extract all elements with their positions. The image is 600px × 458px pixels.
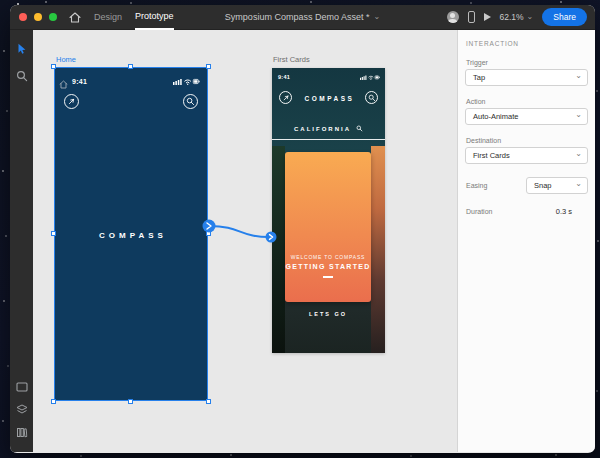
play-preview-icon[interactable]: [484, 13, 491, 21]
tab-divider: [272, 139, 385, 140]
selection-handle[interactable]: [206, 64, 211, 69]
selection-handle[interactable]: [51, 399, 56, 404]
chevron-down-icon: ⌄: [527, 13, 534, 21]
status-time: 9:41: [72, 78, 87, 85]
action-value: Auto-Animate: [473, 112, 518, 121]
artboard-first-cards[interactable]: First Cards 9:41: [272, 68, 385, 353]
card-content: WELCOME TO COMPASS GETTING STARTED: [285, 254, 371, 278]
titlebar: Design Prototype Symposium Compass Demo …: [10, 5, 595, 30]
interaction-header: INTERACTION: [466, 40, 587, 47]
background-card-left: [272, 146, 285, 353]
xd-window: Design Prototype Symposium Compass Demo …: [10, 5, 595, 453]
canvas[interactable]: Home 9:41: [33, 30, 457, 452]
destination-value: First Cards: [473, 151, 510, 160]
easing-label: Easing: [466, 182, 487, 189]
selection-handle[interactable]: [128, 399, 133, 404]
status-icons: [173, 77, 200, 85]
card-dash: [323, 276, 333, 278]
search-icon: [183, 94, 198, 109]
home-icon[interactable]: [69, 12, 81, 23]
status-icons: [360, 74, 380, 80]
card-eyebrow: WELCOME TO COMPASS: [285, 254, 371, 260]
document-title-text: Symposium Compass Demo Asset *: [225, 12, 370, 22]
layers-panel-icon[interactable]: [16, 401, 28, 419]
chevron-down-icon: ⌄: [373, 13, 380, 21]
trigger-label: Trigger: [466, 59, 587, 66]
phone-app-title: COMPASS: [55, 231, 207, 240]
artboard-home[interactable]: Home 9:41: [55, 68, 207, 400]
document-title[interactable]: Symposium Compass Demo Asset * ⌄: [225, 12, 380, 22]
status-time: 9:41: [278, 74, 290, 80]
getting-started-card: WELCOME TO COMPASS GETTING STARTED: [285, 152, 371, 302]
easing-value: Snap: [534, 181, 552, 190]
zoom-level-value: 62.1%: [500, 12, 524, 22]
location-tab: CALIFORNIA: [272, 125, 385, 132]
titlebar-right-controls: 62.1% ⌄ Share: [447, 8, 588, 26]
action-label: Action: [466, 98, 587, 105]
duration-label: Duration: [466, 208, 492, 215]
fullscreen-button[interactable]: [49, 13, 57, 21]
inspector-panel: INTERACTION Trigger Tap ⌄ Action Auto-An…: [457, 30, 595, 452]
assets-panel-icon[interactable]: [16, 424, 27, 442]
action-select[interactable]: Auto-Animate ⌄: [465, 108, 588, 125]
phone-app-title: COMPASS: [272, 95, 385, 102]
tab-design[interactable]: Design: [94, 5, 122, 30]
share-button[interactable]: Share: [542, 8, 587, 26]
selection-handle[interactable]: [51, 64, 56, 69]
duration-value[interactable]: 0.3 s: [556, 207, 572, 216]
lets-go-button: LETS GO: [285, 311, 371, 317]
minimize-button[interactable]: [34, 13, 42, 21]
account-avatar[interactable]: [447, 11, 459, 23]
location-label: CALIFORNIA: [294, 126, 351, 132]
tab-prototype[interactable]: Prototype: [135, 5, 174, 30]
search-icon: [356, 125, 363, 132]
compass-icon: [64, 94, 79, 109]
trigger-value: Tap: [473, 73, 485, 82]
desktop-background: Design Prototype Symposium Compass Demo …: [0, 0, 600, 458]
artboard-first-cards-label[interactable]: First Cards: [273, 55, 310, 64]
easing-select[interactable]: Snap ⌄: [526, 177, 588, 194]
selection-handle[interactable]: [128, 64, 133, 69]
artboard-home-label[interactable]: Home: [56, 55, 76, 64]
screen-panel-icon[interactable]: [16, 378, 28, 396]
status-bar: 9:41: [278, 74, 380, 80]
zoom-tool-icon[interactable]: [16, 68, 28, 86]
tool-sidebar: [10, 30, 33, 452]
prototype-start-home-icon: [59, 75, 68, 93]
destination-label: Destination: [466, 137, 587, 144]
zoom-level-control[interactable]: 62.1% ⌄: [500, 12, 534, 22]
desktop-stars: [0, 0, 2, 2]
status-bar: 9:41: [72, 77, 200, 85]
window-controls: [19, 13, 57, 21]
device-preview-icon[interactable]: [468, 11, 475, 23]
close-button[interactable]: [19, 13, 27, 21]
selection-handle[interactable]: [206, 399, 211, 404]
background-card-right: [371, 146, 385, 353]
destination-select[interactable]: First Cards ⌄: [465, 147, 588, 164]
select-tool-icon[interactable]: [17, 41, 27, 59]
card-title: GETTING STARTED: [285, 263, 371, 270]
trigger-select[interactable]: Tap ⌄: [465, 69, 588, 86]
